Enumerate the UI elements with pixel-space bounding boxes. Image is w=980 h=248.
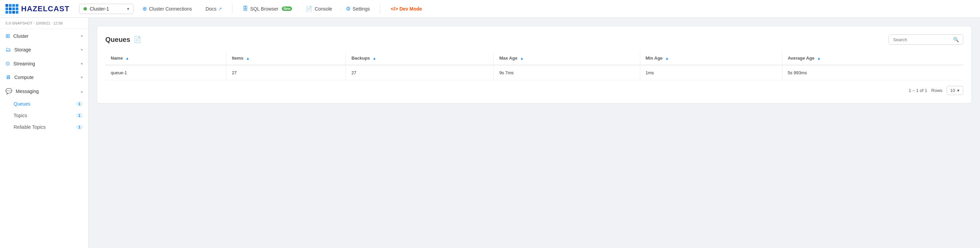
chevron-down-icon: ▾ xyxy=(127,6,129,11)
rows-per-page-value: 10 xyxy=(950,88,955,93)
logo-grid-icon xyxy=(5,4,18,14)
col-max-age[interactable]: Max Age ▲ xyxy=(494,51,640,65)
logo-dot xyxy=(5,8,8,10)
table-body: queue-1 27 27 9s 7ms 1ms 5s 993ms xyxy=(105,65,963,80)
sidebar-label-messaging: Messaging xyxy=(16,89,77,94)
sidebar-item-queues[interactable]: Queues 1 xyxy=(14,98,88,110)
search-box[interactable]: 🔍 xyxy=(889,34,963,45)
cluster-name: Cluster-1 xyxy=(90,6,124,11)
sidebar-label-cluster: Cluster xyxy=(13,33,77,39)
sidebar-label-topics: Topics xyxy=(14,113,73,118)
cluster-status-dot xyxy=(83,7,87,11)
pagination: 1 – 1 of 1 Rows 10 ▾ xyxy=(105,86,963,95)
settings-button[interactable]: ⚙ Settings xyxy=(341,3,375,14)
sql-browser-button[interactable]: 🗄 SQL Browser New xyxy=(238,4,297,14)
logo-dot xyxy=(16,8,18,10)
logo-dot xyxy=(5,11,8,14)
logo-dot xyxy=(12,11,15,14)
logo-dot xyxy=(9,8,11,10)
app-body: 5.0-SNAPSHOT · 10/09/21 · 12:58 ⊞ Cluste… xyxy=(0,18,980,248)
storage-icon: 🗂 xyxy=(5,47,11,53)
queues-badge: 1 xyxy=(76,102,83,106)
search-icon: 🔍 xyxy=(953,37,959,42)
cluster-connections-button[interactable]: ⊕ Cluster Connections xyxy=(138,3,197,14)
logo-text: HAZELCAST xyxy=(21,5,70,13)
sidebar-item-storage[interactable]: 🗂 Storage ▾ xyxy=(0,43,88,57)
chevron-down-icon: ▾ xyxy=(81,34,83,38)
queues-title-text: Queues xyxy=(105,36,130,44)
streaming-icon: ⊙ xyxy=(5,60,10,67)
sort-icon: ▲ xyxy=(520,56,524,60)
plus-circle-icon: ⊕ xyxy=(142,5,147,12)
col-name[interactable]: Name ▲ xyxy=(105,51,226,65)
cell-max-age: 9s 7ms xyxy=(494,65,640,80)
sidebar-label-queues: Queues xyxy=(14,101,73,107)
topics-badge: 1 xyxy=(76,113,83,118)
search-input[interactable] xyxy=(893,37,950,42)
logo-dot xyxy=(5,4,8,7)
docs-button[interactable]: Docs ↗ xyxy=(201,4,227,14)
dev-mode-icon: </> xyxy=(390,6,398,11)
reliable-topics-badge: 1 xyxy=(76,125,83,129)
sidebar-label-storage: Storage xyxy=(14,47,77,52)
sidebar-label-streaming: Streaming xyxy=(13,61,77,67)
main-content: Queues 📄 🔍 Name ▲ xyxy=(89,18,980,248)
sidebar: 5.0-SNAPSHOT · 10/09/21 · 12:58 ⊞ Cluste… xyxy=(0,18,89,248)
col-items[interactable]: Items ▲ xyxy=(226,51,346,65)
chevron-down-icon: ▾ xyxy=(81,75,83,80)
sidebar-item-compute[interactable]: 🖥 Compute ▾ xyxy=(0,70,88,84)
nav-divider xyxy=(232,4,232,14)
rows-per-page-select[interactable]: 10 ▾ xyxy=(947,86,963,95)
top-nav: HAZELCAST Cluster-1 ▾ ⊕ Cluster Connecti… xyxy=(0,0,980,18)
table-row: queue-1 27 27 9s 7ms 1ms 5s 993ms xyxy=(105,65,963,80)
col-min-age[interactable]: Min Age ▲ xyxy=(640,51,782,65)
logo-dot xyxy=(12,8,15,10)
col-backups[interactable]: Backups ▲ xyxy=(346,51,494,65)
cell-average-age: 5s 993ms xyxy=(782,65,963,80)
col-average-age[interactable]: Average Age ▲ xyxy=(782,51,963,65)
sidebar-item-topics[interactable]: Topics 1 xyxy=(14,110,88,121)
sidebar-item-messaging[interactable]: 💬 Messaging ▴ xyxy=(0,84,88,98)
chevron-down-icon: ▾ xyxy=(81,61,83,66)
cell-min-age: 1ms xyxy=(640,65,782,80)
table-header-row: Name ▲ Items ▲ Backups ▲ Max Age xyxy=(105,51,963,65)
dev-mode-button[interactable]: </> Dev Mode xyxy=(386,4,426,14)
logo-dot xyxy=(9,11,11,14)
database-icon: 🗄 xyxy=(243,6,248,12)
queues-header: Queues 📄 🔍 xyxy=(105,34,963,45)
sort-icon: ▲ xyxy=(126,56,129,60)
logo-dot xyxy=(12,4,15,7)
sidebar-item-reliable-topics[interactable]: Reliable Topics 1 xyxy=(14,121,88,133)
queues-card: Queues 📄 🔍 Name ▲ xyxy=(97,26,972,103)
rows-label: Rows xyxy=(931,88,942,93)
messaging-sub-menu: Queues 1 Topics 1 Reliable Topics 1 xyxy=(0,98,88,133)
new-badge: New xyxy=(282,6,293,11)
document-icon: 📄 xyxy=(134,36,141,43)
logo-dot xyxy=(9,4,11,7)
sidebar-item-streaming[interactable]: ⊙ Streaming ▾ xyxy=(0,57,88,70)
sort-icon: ▲ xyxy=(817,56,821,60)
sort-icon: ▲ xyxy=(665,56,669,60)
table-header: Name ▲ Items ▲ Backups ▲ Max Age xyxy=(105,51,963,65)
cell-name: queue-1 xyxy=(105,65,226,80)
version-label: 5.0-SNAPSHOT · 10/09/21 · 12:58 xyxy=(0,18,88,29)
gear-icon: ⚙ xyxy=(346,5,351,12)
console-button[interactable]: 📄 Console xyxy=(301,3,337,14)
cluster-icon: ⊞ xyxy=(5,33,10,39)
cluster-selector[interactable]: Cluster-1 ▾ xyxy=(79,4,134,14)
sidebar-label-compute: Compute xyxy=(14,75,77,80)
chevron-down-icon: ▾ xyxy=(81,47,83,52)
queues-title: Queues 📄 xyxy=(105,36,141,44)
sidebar-item-cluster[interactable]: ⊞ Cluster ▾ xyxy=(0,29,88,43)
compute-icon: 🖥 xyxy=(5,74,11,80)
nav-divider xyxy=(380,4,380,14)
logo-area: HAZELCAST xyxy=(5,4,70,14)
sort-icon: ▲ xyxy=(246,56,250,60)
sidebar-label-reliable-topics: Reliable Topics xyxy=(14,124,73,130)
sort-icon: ▲ xyxy=(372,56,376,60)
cell-items: 27 xyxy=(226,65,346,80)
messaging-icon: 💬 xyxy=(5,88,12,94)
cell-backups: 27 xyxy=(346,65,494,80)
chevron-up-icon: ▴ xyxy=(81,89,83,94)
console-icon: 📄 xyxy=(305,5,312,12)
